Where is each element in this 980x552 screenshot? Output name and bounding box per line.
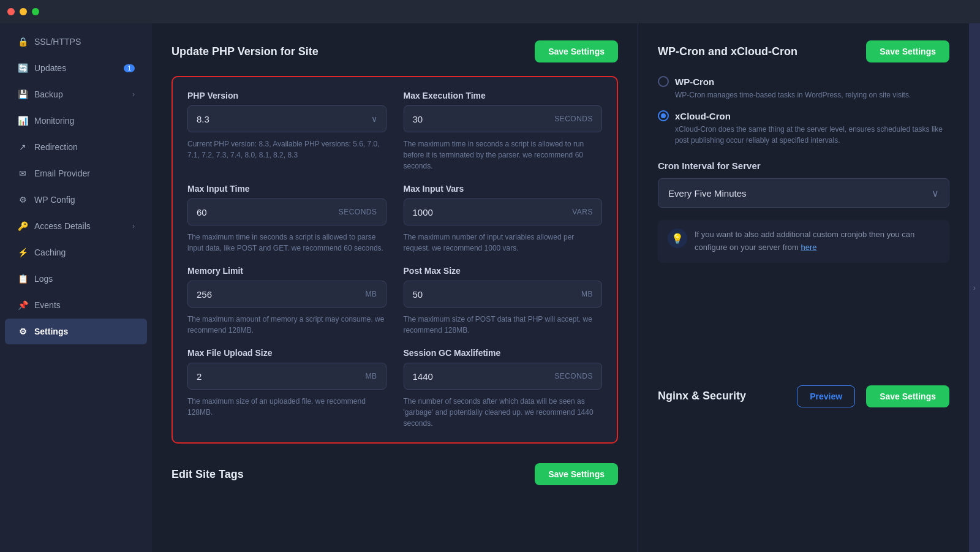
info-icon: 💡 <box>668 229 687 248</box>
sidebar-item-label: Caching <box>34 248 66 257</box>
redirect-icon: ↗ <box>17 142 28 153</box>
titlebar <box>0 0 980 23</box>
session-gc-input[interactable]: 1440 SECONDS <box>404 363 603 390</box>
right-panel-title: WP-Cron and xCloud-Cron <box>658 45 797 58</box>
max-input-vars-value: 1000 <box>413 207 573 217</box>
max-file-upload-hint: The maximum size of an uploaded file. we… <box>187 396 386 418</box>
wp-cron-desc: WP-Cron manages time-based tasks in Word… <box>675 89 949 100</box>
sidebar-item-label: Redirection <box>34 142 78 152</box>
events-icon: 📌 <box>17 300 28 311</box>
sidebar-item-events[interactable]: 📌 Events <box>5 292 147 318</box>
left-panel-title: Update PHP Version for Site <box>172 45 318 58</box>
sidebar-item-label: WP Config <box>34 195 75 205</box>
left-panel-header: Update PHP Version for Site Save Setting… <box>172 40 618 62</box>
memory-limit-unit: MB <box>366 290 377 298</box>
cron-interval-label: Cron Interval for Server <box>658 161 949 171</box>
sidebar-item-settings[interactable]: ⚙ Settings <box>5 319 147 344</box>
sidebar-item-ssl[interactable]: 🔒 SSL/HTTPS <box>5 29 147 55</box>
sidebar-item-email[interactable]: ✉ Email Provider <box>5 161 147 186</box>
php-version-select[interactable]: 8.3 ∨ <box>187 105 386 132</box>
sidebar-item-label: SSL/HTTPS <box>34 37 81 47</box>
xcloud-cron-row[interactable]: xCloud-Cron <box>658 110 949 121</box>
cron-info-text: If you want to also add additional custo… <box>695 229 940 254</box>
memory-limit-label: Memory Limit <box>187 266 386 276</box>
sidebar-item-monitoring[interactable]: 📊 Monitoring <box>5 108 147 134</box>
sidebar-item-label: Logs <box>34 274 53 284</box>
max-execution-label: Max Execution Time <box>404 91 603 100</box>
minimize-dot[interactable] <box>20 8 27 15</box>
sidebar-item-caching[interactable]: ⚡ Caching <box>5 240 147 265</box>
left-save-button[interactable]: Save Settings <box>535 40 618 62</box>
php-form-box: PHP Version 8.3 ∨ Current PHP version: 8… <box>172 76 618 444</box>
php-version-value: 8.3 <box>197 114 371 124</box>
bottom-right-save-button[interactable]: Save Settings <box>866 385 949 407</box>
right-edge-arrow[interactable]: › <box>969 23 980 552</box>
max-file-upload-label: Max File Upload Size <box>187 348 386 358</box>
sidebar-item-redirection[interactable]: ↗ Redirection <box>5 134 147 160</box>
max-input-time-input[interactable]: 60 SECONDS <box>187 198 386 225</box>
sidebar-item-label: Settings <box>34 327 68 336</box>
wp-cron-label: WP-Cron <box>675 77 714 87</box>
bottom-right-buttons: Preview Save Settings <box>797 385 949 407</box>
sidebar-item-updates[interactable]: 🔄 Updates 1 <box>5 55 147 81</box>
max-execution-value: 30 <box>413 114 555 124</box>
email-icon: ✉ <box>17 168 28 179</box>
xcloud-cron-radio[interactable] <box>658 110 669 121</box>
max-input-vars-group: Max Input Vars 1000 VARS The maximum num… <box>404 184 603 254</box>
session-gc-value: 1440 <box>413 371 555 382</box>
memory-limit-input[interactable]: 256 MB <box>187 281 386 308</box>
bottom-left-save-button[interactable]: Save Settings <box>535 463 618 485</box>
session-gc-label: Session GC Maxlifetime <box>404 348 603 358</box>
chevron-right-icon: › <box>132 222 135 230</box>
max-execution-hint: The maximum time in seconds a script is … <box>404 138 603 172</box>
refresh-icon: 🔄 <box>17 62 28 74</box>
config-icon: ⚙ <box>17 194 28 205</box>
sidebar-item-wpconfig[interactable]: ⚙ WP Config <box>5 187 147 213</box>
post-max-size-unit: MB <box>581 290 593 298</box>
cache-icon: ⚡ <box>17 247 28 258</box>
key-icon: 🔑 <box>17 221 28 232</box>
xcloud-cron-item: xCloud-Cron xCloud-Cron does the same th… <box>658 110 949 146</box>
maximize-dot[interactable] <box>32 8 39 15</box>
max-input-vars-input[interactable]: 1000 VARS <box>404 198 603 225</box>
max-input-vars-unit: VARS <box>572 208 593 216</box>
max-input-vars-hint: The maximum number of input variables al… <box>404 232 603 254</box>
main-content: Update PHP Version for Site Save Setting… <box>152 23 980 552</box>
bottom-right-title: Nginx & Security <box>658 390 746 403</box>
right-save-button[interactable]: Save Settings <box>866 40 949 62</box>
php-version-hint: Current PHP version: 8.3, Available PHP … <box>187 138 386 161</box>
php-version-group: PHP Version 8.3 ∨ Current PHP version: 8… <box>187 91 386 172</box>
max-file-upload-unit: MB <box>366 372 377 380</box>
close-dot[interactable] <box>7 8 15 15</box>
max-execution-input[interactable]: 30 SECONDS <box>404 105 603 132</box>
chevron-down-icon: ∨ <box>371 114 377 124</box>
max-file-upload-value: 2 <box>197 371 366 382</box>
session-gc-unit: SECONDS <box>554 372 593 380</box>
sidebar-item-backup[interactable]: 💾 Backup › <box>5 81 147 107</box>
cron-interval-select[interactable]: Every Five Minutes ∨ <box>658 178 949 208</box>
post-max-size-group: Post Max Size 50 MB The maximum size of … <box>404 266 603 336</box>
preview-button[interactable]: Preview <box>797 385 855 407</box>
chevron-right-icon: › <box>973 284 976 292</box>
max-execution-unit: SECONDS <box>554 115 593 123</box>
chevron-down-icon: ∨ <box>932 187 939 199</box>
cron-info-link[interactable]: here <box>801 243 816 252</box>
sidebar-item-label: Access Details <box>34 221 91 231</box>
sidebar-item-label: Monitoring <box>34 116 74 126</box>
post-max-size-input[interactable]: 50 MB <box>404 281 603 308</box>
sidebar-item-label: Events <box>34 300 61 310</box>
cron-info-box: 💡 If you want to also add additional cus… <box>658 220 949 263</box>
max-input-time-value: 60 <box>197 207 339 217</box>
post-max-size-label: Post Max Size <box>404 266 603 276</box>
wp-cron-radio[interactable] <box>658 76 669 87</box>
wp-cron-row[interactable]: WP-Cron <box>658 76 949 87</box>
bottom-right-header: Nginx & Security Preview Save Settings <box>658 385 949 407</box>
sidebar-item-access[interactable]: 🔑 Access Details › <box>5 213 147 239</box>
bottom-right-section: Nginx & Security Preview Save Settings <box>658 385 949 407</box>
sidebar-item-logs[interactable]: 📋 Logs <box>5 266 147 292</box>
php-form-grid: PHP Version 8.3 ∨ Current PHP version: 8… <box>187 91 602 429</box>
backup-icon: 💾 <box>17 89 28 100</box>
memory-limit-hint: The maximum amount of memory a script ma… <box>187 314 386 336</box>
xcloud-cron-label: xCloud-Cron <box>675 111 731 121</box>
max-file-upload-input[interactable]: 2 MB <box>187 363 386 390</box>
